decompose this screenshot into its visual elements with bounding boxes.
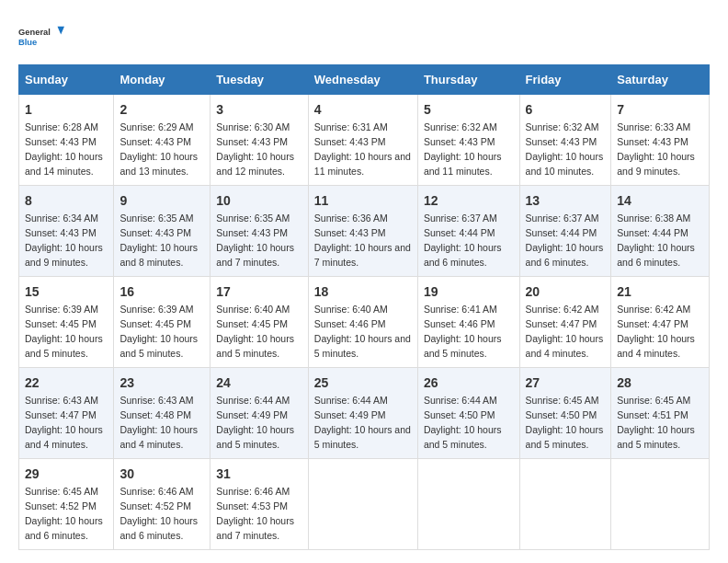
day-number: 5 — [424, 100, 514, 119]
calendar-day-header: Saturday — [611, 65, 710, 95]
calendar-cell: 29Sunrise: 6:45 AMSunset: 4:52 PMDayligh… — [19, 459, 114, 550]
cell-content: Sunrise: 6:45 AMSunset: 4:50 PMDaylight:… — [526, 395, 604, 450]
calendar-cell: 9Sunrise: 6:35 AMSunset: 4:43 PMDaylight… — [114, 186, 210, 277]
calendar-cell: 23Sunrise: 6:43 AMSunset: 4:48 PMDayligh… — [114, 368, 210, 459]
calendar-cell: 6Sunrise: 6:32 AMSunset: 4:43 PMDaylight… — [519, 95, 611, 186]
calendar-cell: 21Sunrise: 6:42 AMSunset: 4:47 PMDayligh… — [611, 277, 710, 368]
cell-content: Sunrise: 6:37 AMSunset: 4:44 PMDaylight:… — [526, 213, 604, 268]
calendar-cell: 7Sunrise: 6:33 AMSunset: 4:43 PMDaylight… — [611, 95, 710, 186]
day-number: 16 — [119, 282, 204, 301]
calendar-cell: 17Sunrise: 6:40 AMSunset: 4:45 PMDayligh… — [210, 277, 308, 368]
day-number: 2 — [119, 100, 204, 119]
calendar-cell: 18Sunrise: 6:40 AMSunset: 4:46 PMDayligh… — [308, 277, 417, 368]
day-number: 25 — [314, 373, 412, 392]
calendar-header-row: SundayMondayTuesdayWednesdayThursdayFrid… — [19, 65, 710, 95]
cell-content: Sunrise: 6:35 AMSunset: 4:43 PMDaylight:… — [216, 213, 294, 268]
day-number: 22 — [25, 373, 108, 392]
cell-content: Sunrise: 6:40 AMSunset: 4:46 PMDaylight:… — [314, 304, 411, 359]
day-number: 18 — [314, 282, 412, 301]
cell-content: Sunrise: 6:42 AMSunset: 4:47 PMDaylight:… — [617, 304, 695, 359]
day-number: 11 — [314, 191, 412, 210]
calendar-cell: 20Sunrise: 6:42 AMSunset: 4:47 PMDayligh… — [519, 277, 611, 368]
cell-content: Sunrise: 6:29 AMSunset: 4:43 PMDaylight:… — [119, 121, 198, 177]
cell-content: Sunrise: 6:36 AMSunset: 4:43 PMDaylight:… — [314, 213, 411, 268]
calendar-cell: 31Sunrise: 6:46 AMSunset: 4:53 PMDayligh… — [210, 459, 308, 550]
day-number: 4 — [314, 100, 412, 119]
day-number: 7 — [617, 100, 703, 119]
day-number: 20 — [526, 282, 606, 301]
day-number: 12 — [424, 191, 514, 210]
cell-content: Sunrise: 6:37 AMSunset: 4:44 PMDaylight:… — [424, 213, 502, 268]
cell-content: Sunrise: 6:44 AMSunset: 4:50 PMDaylight:… — [424, 395, 502, 450]
calendar-cell — [417, 459, 519, 550]
logo: General Blue — [18, 18, 64, 55]
cell-content: Sunrise: 6:38 AMSunset: 4:44 PMDaylight:… — [617, 213, 695, 268]
calendar-cell: 8Sunrise: 6:34 AMSunset: 4:43 PMDaylight… — [19, 186, 114, 277]
cell-content: Sunrise: 6:39 AMSunset: 4:45 PMDaylight:… — [119, 304, 198, 359]
cell-content: Sunrise: 6:33 AMSunset: 4:43 PMDaylight:… — [617, 121, 695, 177]
day-number: 29 — [25, 465, 108, 483]
cell-content: Sunrise: 6:43 AMSunset: 4:47 PMDaylight:… — [25, 395, 103, 450]
calendar-day-header: Thursday — [417, 65, 519, 95]
header: General Blue — [18, 18, 710, 55]
calendar-day-header: Sunday — [19, 65, 114, 95]
calendar-cell: 13Sunrise: 6:37 AMSunset: 4:44 PMDayligh… — [519, 186, 611, 277]
day-number: 31 — [216, 465, 301, 483]
logo-svg: General Blue — [18, 18, 64, 55]
calendar-cell: 4Sunrise: 6:31 AMSunset: 4:43 PMDaylight… — [308, 95, 417, 186]
cell-content: Sunrise: 6:46 AMSunset: 4:53 PMDaylight:… — [216, 486, 294, 541]
cell-content: Sunrise: 6:41 AMSunset: 4:46 PMDaylight:… — [424, 304, 502, 359]
day-number: 6 — [526, 100, 606, 119]
calendar-cell — [519, 459, 611, 550]
calendar-cell — [308, 459, 417, 550]
day-number: 3 — [216, 100, 301, 119]
cell-content: Sunrise: 6:34 AMSunset: 4:43 PMDaylight:… — [25, 213, 103, 268]
calendar-cell: 25Sunrise: 6:44 AMSunset: 4:49 PMDayligh… — [308, 368, 417, 459]
cell-content: Sunrise: 6:44 AMSunset: 4:49 PMDaylight:… — [314, 395, 411, 450]
day-number: 8 — [25, 191, 108, 210]
day-number: 27 — [526, 373, 606, 392]
calendar-cell: 11Sunrise: 6:36 AMSunset: 4:43 PMDayligh… — [308, 186, 417, 277]
cell-content: Sunrise: 6:28 AMSunset: 4:43 PMDaylight:… — [25, 121, 103, 177]
calendar-day-header: Tuesday — [210, 65, 308, 95]
calendar-table: SundayMondayTuesdayWednesdayThursdayFrid… — [18, 64, 710, 550]
svg-text:Blue: Blue — [18, 38, 37, 47]
calendar-cell: 14Sunrise: 6:38 AMSunset: 4:44 PMDayligh… — [611, 186, 710, 277]
calendar-cell: 2Sunrise: 6:29 AMSunset: 4:43 PMDaylight… — [114, 95, 210, 186]
cell-content: Sunrise: 6:43 AMSunset: 4:48 PMDaylight:… — [119, 395, 198, 450]
cell-content: Sunrise: 6:31 AMSunset: 4:43 PMDaylight:… — [314, 121, 411, 177]
day-number: 1 — [25, 100, 108, 119]
calendar-cell — [611, 459, 710, 550]
cell-content: Sunrise: 6:42 AMSunset: 4:47 PMDaylight:… — [526, 304, 604, 359]
calendar-cell: 24Sunrise: 6:44 AMSunset: 4:49 PMDayligh… — [210, 368, 308, 459]
day-number: 13 — [526, 191, 606, 210]
day-number: 26 — [424, 373, 514, 392]
calendar-week-row: 22Sunrise: 6:43 AMSunset: 4:47 PMDayligh… — [19, 368, 710, 459]
calendar-cell: 3Sunrise: 6:30 AMSunset: 4:43 PMDaylight… — [210, 95, 308, 186]
day-number: 24 — [216, 373, 301, 392]
cell-content: Sunrise: 6:32 AMSunset: 4:43 PMDaylight:… — [526, 121, 604, 177]
calendar-day-header: Wednesday — [308, 65, 417, 95]
calendar-cell: 1Sunrise: 6:28 AMSunset: 4:43 PMDaylight… — [19, 95, 114, 186]
calendar-cell: 12Sunrise: 6:37 AMSunset: 4:44 PMDayligh… — [417, 186, 519, 277]
cell-content: Sunrise: 6:46 AMSunset: 4:52 PMDaylight:… — [119, 486, 198, 541]
calendar-cell: 27Sunrise: 6:45 AMSunset: 4:50 PMDayligh… — [519, 368, 611, 459]
calendar-cell: 5Sunrise: 6:32 AMSunset: 4:43 PMDaylight… — [417, 95, 519, 186]
cell-content: Sunrise: 6:35 AMSunset: 4:43 PMDaylight:… — [119, 213, 198, 268]
calendar-cell: 28Sunrise: 6:45 AMSunset: 4:51 PMDayligh… — [611, 368, 710, 459]
cell-content: Sunrise: 6:45 AMSunset: 4:52 PMDaylight:… — [25, 486, 103, 541]
cell-content: Sunrise: 6:45 AMSunset: 4:51 PMDaylight:… — [617, 395, 695, 450]
cell-content: Sunrise: 6:44 AMSunset: 4:49 PMDaylight:… — [216, 395, 294, 450]
calendar-day-header: Friday — [519, 65, 611, 95]
svg-text:General: General — [18, 28, 51, 37]
day-number: 21 — [617, 282, 703, 301]
day-number: 14 — [617, 191, 703, 210]
calendar-cell: 15Sunrise: 6:39 AMSunset: 4:45 PMDayligh… — [19, 277, 114, 368]
cell-content: Sunrise: 6:30 AMSunset: 4:43 PMDaylight:… — [216, 121, 294, 177]
day-number: 9 — [119, 191, 204, 210]
day-number: 30 — [119, 465, 204, 483]
calendar-cell: 22Sunrise: 6:43 AMSunset: 4:47 PMDayligh… — [19, 368, 114, 459]
day-number: 17 — [216, 282, 301, 301]
cell-content: Sunrise: 6:40 AMSunset: 4:45 PMDaylight:… — [216, 304, 294, 359]
day-number: 28 — [617, 373, 703, 392]
